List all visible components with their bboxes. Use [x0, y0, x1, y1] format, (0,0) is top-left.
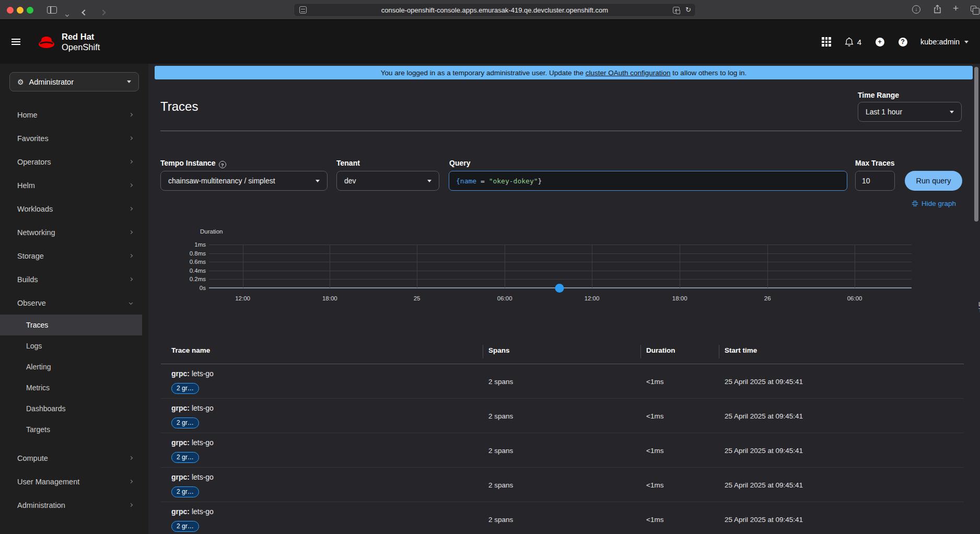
span-kind-badge[interactable]: 2 gr…	[171, 452, 199, 463]
table-row[interactable]: grpc: lets-go2 gr…2 spans<1ms25 April 20…	[161, 399, 964, 433]
max-traces-input[interactable]	[855, 171, 895, 191]
sidebar-item-operators[interactable]: Operators	[0, 150, 148, 173]
trace-name[interactable]: grpc: lets-go	[171, 507, 214, 516]
chevron-right-icon	[129, 113, 133, 117]
tenant-select[interactable]: dev	[336, 171, 439, 191]
notifications-button[interactable]: 4	[838, 37, 868, 47]
x-tick-label: 06:00	[497, 295, 512, 301]
table-row[interactable]: grpc: lets-go2 gr…2 spans<1ms25 April 20…	[161, 433, 964, 468]
x-tick-label: 25	[414, 295, 421, 301]
window-minimize-button[interactable]	[17, 7, 24, 14]
span-kind-badge[interactable]: 2 gr…	[171, 486, 199, 497]
tab-overview-icon[interactable]	[971, 6, 976, 11]
v-gridline	[855, 245, 855, 288]
cell-spans: 2 spans	[488, 515, 513, 523]
table-header: Trace nameSpansDurationStart time	[161, 340, 964, 364]
chevron-right-icon	[129, 254, 133, 258]
sidebar-item-label: Favorites	[17, 134, 49, 143]
new-tab-icon[interactable]: +	[953, 3, 959, 14]
app-launcher-icon[interactable]	[815, 37, 838, 47]
banner-text: You are logged in as a temporary adminis…	[381, 69, 586, 77]
tempo-instance-select[interactable]: chainsaw-multitenancy / simplest	[160, 171, 328, 191]
trace-name-rest: lets-go	[190, 473, 214, 481]
sidebar-item-label: Workloads	[17, 205, 53, 213]
tab-chevron-icon[interactable]	[66, 9, 68, 18]
sidebar-item-label: Compute	[17, 454, 48, 462]
sidebar-subitem-traces[interactable]: Traces	[0, 315, 142, 335]
cell-duration: <1ms	[646, 377, 663, 385]
table-row[interactable]: grpc: lets-go2 gr…2 spans<1ms25 April 20…	[161, 364, 964, 399]
sidebar-subitem-label: Alerting	[26, 363, 51, 371]
table-row[interactable]: grpc: lets-go2 gr…2 spans<1ms25 April 20…	[161, 468, 964, 502]
sidebar-item-observe[interactable]: Observe	[0, 291, 148, 315]
query-input[interactable]: {name = "okey-dokey"}	[449, 171, 847, 191]
sidebar-item-workloads[interactable]: Workloads	[0, 197, 148, 220]
sidebar-subitem-targets[interactable]: Targets	[0, 419, 148, 440]
sidebar-item-user-management[interactable]: User Management	[0, 470, 148, 493]
oauth-config-link[interactable]: cluster OAuth configuration	[586, 69, 671, 77]
table-row[interactable]: grpc: lets-go2 gr…2 spans<1ms25 April 20…	[161, 502, 964, 534]
time-range-select[interactable]: Last 1 hour	[858, 102, 962, 122]
query-label: Query	[449, 159, 470, 167]
h-gridline	[209, 279, 912, 280]
back-icon[interactable]	[83, 7, 87, 17]
hide-graph-link[interactable]: Hide graph	[912, 200, 956, 207]
trace-name-rest: lets-go	[190, 507, 214, 516]
trace-name[interactable]: grpc: lets-go	[171, 438, 214, 447]
page-title: Traces	[160, 99, 198, 114]
sidebar-subitem-alerting[interactable]: Alerting	[0, 356, 148, 377]
scrollbar-thumb[interactable]	[974, 67, 978, 222]
side-nav: HomeFavoritesOperatorsHelmWorkloadsNetwo…	[0, 103, 148, 517]
span-kind-badge[interactable]: 2 gr…	[171, 383, 199, 394]
downloads-icon[interactable]: ↓	[912, 5, 920, 14]
tenant-label: Tenant	[336, 159, 360, 167]
forward-icon[interactable]	[101, 7, 105, 17]
sidebar-subitem-metrics[interactable]: Metrics	[0, 377, 148, 398]
translate-icon[interactable]: A	[673, 7, 680, 14]
sidebar-subitem-dashboards[interactable]: Dashboards	[0, 398, 148, 419]
chevron-down-icon	[427, 180, 431, 182]
trace-data-point[interactable]	[555, 284, 564, 293]
sidebar-item-builds[interactable]: Builds	[0, 268, 148, 291]
trace-name[interactable]: grpc: lets-go	[171, 404, 214, 412]
nav-toggle-icon[interactable]	[11, 39, 20, 45]
chevron-down-icon	[127, 80, 131, 83]
help-icon[interactable]: ?	[219, 161, 226, 168]
x-tick-label: 26	[764, 295, 771, 301]
trace-name[interactable]: grpc: lets-go	[171, 473, 214, 481]
sidebar-subitem-logs[interactable]: Logs	[0, 335, 148, 356]
y-tick-label: 0.2ms	[150, 276, 206, 282]
sidebar-item-administration[interactable]: Administration	[0, 493, 148, 517]
page-settings-icon[interactable]	[299, 6, 307, 14]
sidebar-item-favorites[interactable]: Favorites	[0, 126, 148, 150]
run-query-button[interactable]: Run query	[905, 171, 962, 191]
reload-icon[interactable]: ↻	[685, 6, 691, 14]
sidebar-item-helm[interactable]: Helm	[0, 173, 148, 197]
tenant-value: dev	[344, 177, 356, 185]
chevron-right-icon	[129, 456, 133, 460]
perspective-switcher[interactable]: ⚙ Administrator	[9, 72, 139, 91]
sidebar-item-compute[interactable]: Compute	[0, 446, 148, 470]
x-tick-label: 18:00	[322, 295, 337, 301]
window-zoom-button[interactable]	[27, 7, 33, 14]
sidebar-toggle-icon[interactable]	[47, 6, 57, 14]
add-button[interactable]: +	[868, 38, 891, 47]
span-kind-badge[interactable]: 2 gr…	[171, 417, 199, 428]
user-menu[interactable]: kube:admin	[920, 38, 969, 46]
span-kind-badge[interactable]: 2 gr…	[171, 521, 199, 532]
trace-name[interactable]: grpc: lets-go	[171, 369, 214, 378]
help-button[interactable]: ?	[891, 38, 914, 47]
sidebar-item-label: Builds	[17, 275, 38, 284]
sidebar-item-networking[interactable]: Networking	[0, 220, 148, 244]
window-close-button[interactable]	[7, 7, 14, 14]
trace-name-rest: lets-go	[190, 369, 214, 378]
y-tick-label: 0s	[150, 285, 206, 291]
sidebar-item-storage[interactable]: Storage	[0, 244, 148, 268]
address-bar[interactable]: console-openshift-console.apps.emurasak-…	[294, 3, 696, 17]
question-circle-icon: ?	[899, 38, 907, 47]
column-separator	[719, 345, 719, 358]
sidebar-item-home[interactable]: Home	[0, 103, 148, 126]
query-token: }	[538, 177, 542, 185]
brand-name-top: Red Hat	[62, 31, 100, 42]
share-icon[interactable]	[934, 5, 941, 16]
